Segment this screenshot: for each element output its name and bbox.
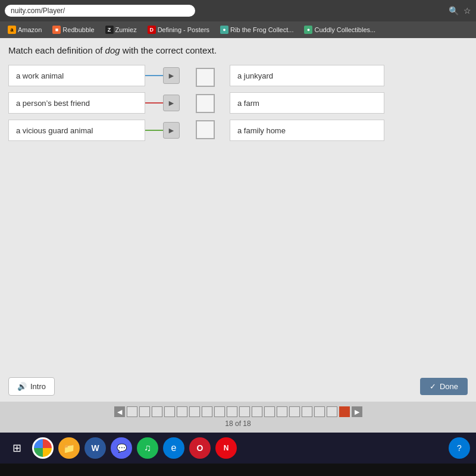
progress-label: 18 of 18: [225, 419, 250, 428]
browser-icons: 🔍 ☆: [449, 6, 471, 15]
bookmarks-bar: a Amazon ■ Redbubble Z Zumiez D Defining…: [0, 21, 476, 38]
context-text-2: a farm: [237, 99, 259, 108]
arrow-button-1[interactable]: ►: [163, 67, 180, 84]
bookmark-redbubble[interactable]: ■ Redbubble: [48, 24, 98, 35]
checkmark-icon: ✓: [430, 382, 436, 391]
context-box-1[interactable]: a junkyard: [230, 65, 384, 86]
instruction-keyword: dog: [105, 45, 120, 55]
instruction-prefix: Match each definition of: [8, 45, 105, 55]
progress-dot-6[interactable]: [189, 406, 200, 417]
taskbar-netflix[interactable]: N: [215, 437, 237, 459]
taskbar-discord[interactable]: 💬: [111, 437, 132, 459]
done-button[interactable]: ✓ Done: [420, 378, 468, 395]
progress-dot-17[interactable]: [327, 406, 337, 417]
next-arrow[interactable]: ▶: [352, 406, 362, 417]
definition-text-3: a vicious guard animal: [16, 126, 93, 135]
definition-text-2: a person’s best friend: [16, 99, 90, 108]
instruction-text: Match each definition of dog with the co…: [8, 45, 468, 55]
progress-dot-16[interactable]: [314, 406, 325, 417]
taskbar-folder[interactable]: 📁: [58, 437, 80, 459]
taskbar-chrome[interactable]: [32, 437, 54, 459]
prev-arrow[interactable]: ◀: [114, 406, 125, 417]
defining-icon: D: [148, 26, 156, 34]
taskbar-spotify[interactable]: ♫: [137, 437, 158, 459]
progress-dot-18[interactable]: [339, 406, 350, 417]
contexts-column: a junkyard a farm a family home: [230, 65, 384, 141]
cuddly-icon: ●: [304, 26, 312, 34]
connector-line-1: [145, 75, 163, 76]
arrow-button-3[interactable]: ►: [163, 122, 180, 139]
bookmark-defining[interactable]: D Defining - Posters: [143, 24, 214, 35]
bottom-bar: 🔊 Intro ✓ Done: [0, 371, 476, 402]
address-bar[interactable]: nuity.com/Player/: [5, 5, 195, 17]
progress-dot-3[interactable]: [152, 406, 162, 417]
taskbar-edge[interactable]: e: [163, 437, 184, 459]
bookmark-zumiez[interactable]: Z Zumiez: [101, 24, 141, 35]
progress-dot-9[interactable]: [227, 406, 237, 417]
drop-target-2[interactable]: [196, 94, 215, 113]
progress-dot-4[interactable]: [164, 406, 175, 417]
definition-box-1: a work animal: [8, 65, 145, 86]
drop-targets-column: [190, 65, 220, 139]
connector-line-3: [145, 130, 163, 131]
progress-dot-15[interactable]: [302, 406, 312, 417]
intro-button-label: Intro: [30, 382, 46, 391]
definition-box-2: a person’s best friend: [8, 92, 145, 114]
drop-target-1[interactable]: [196, 68, 215, 87]
taskbar-windows[interactable]: ⊞: [6, 437, 27, 459]
context-box-2[interactable]: a farm: [230, 92, 384, 114]
progress-dot-14[interactable]: [289, 406, 300, 417]
progress-dot-11[interactable]: [252, 406, 262, 417]
progress-dot-1[interactable]: [127, 406, 137, 417]
definition-text-1: a work animal: [16, 71, 64, 80]
bookmark-cuddly-label: Cuddly Collectibles...: [314, 26, 375, 33]
bookmark-redbubble-label: Redbubble: [62, 26, 94, 33]
taskbar-word[interactable]: W: [84, 437, 106, 459]
taskbar-opera[interactable]: O: [189, 437, 211, 459]
connector-line-2: [145, 102, 163, 104]
amazon-icon: a: [8, 26, 16, 34]
zumiez-icon: Z: [105, 26, 114, 34]
bookmark-zumiez-label: Zumiez: [115, 26, 137, 33]
progress-dots: ◀ ▶: [114, 406, 362, 417]
search-icon[interactable]: 🔍: [449, 6, 459, 15]
bookmark-cuddly[interactable]: ● Cuddly Collectibles...: [300, 24, 380, 35]
definition-row-3: a vicious guard animal ►: [8, 120, 181, 141]
context-box-3[interactable]: a family home: [230, 120, 384, 141]
done-button-label: Done: [440, 382, 458, 391]
definition-row-2: a person’s best friend ►: [8, 92, 181, 114]
arrow-button-2[interactable]: ►: [163, 95, 180, 111]
taskbar: ⊞ 📁 W 💬 ♫ e O N ?: [0, 433, 476, 464]
bookmark-rib-label: Rib the Frog Collect...: [230, 26, 293, 33]
matching-exercise: a work animal ► a person’s best friend ►: [8, 65, 468, 141]
bookmark-icon[interactable]: ☆: [464, 6, 471, 15]
progress-area: ◀ ▶ 18 of 18: [0, 402, 476, 433]
speaker-icon: 🔊: [17, 382, 27, 391]
redbubble-icon: ■: [52, 26, 61, 34]
definitions-column: a work animal ► a person’s best friend ►: [8, 65, 181, 141]
rib-icon: ●: [220, 26, 228, 34]
bookmark-amazon[interactable]: a Amazon: [4, 24, 46, 35]
progress-dot-8[interactable]: [214, 406, 225, 417]
definition-box-3: a vicious guard animal: [8, 120, 145, 141]
drop-target-3[interactable]: [196, 120, 215, 139]
instruction-suffix: with the correct context.: [120, 45, 217, 55]
browser-chrome: nuity.com/Player/ 🔍 ☆: [0, 0, 476, 21]
progress-dot-5[interactable]: [177, 406, 187, 417]
bookmark-rib[interactable]: ● Rib the Frog Collect...: [216, 24, 298, 35]
progress-dot-12[interactable]: [264, 406, 275, 417]
progress-dot-7[interactable]: [202, 406, 212, 417]
main-content: Match each definition of dog with the co…: [0, 38, 476, 371]
context-text-3: a family home: [237, 126, 286, 135]
definition-row-1: a work animal ►: [8, 65, 181, 86]
intro-button[interactable]: 🔊 Intro: [8, 377, 55, 396]
connector-group-1: ►: [145, 67, 180, 84]
progress-dot-13[interactable]: [277, 406, 287, 417]
progress-dot-10[interactable]: [239, 406, 250, 417]
progress-dot-2[interactable]: [139, 406, 150, 417]
connector-group-2: ►: [145, 95, 180, 111]
bookmark-defining-label: Defining - Posters: [158, 26, 209, 33]
context-text-1: a junkyard: [237, 71, 273, 80]
taskbar-help[interactable]: ?: [449, 437, 470, 459]
connector-group-3: ►: [145, 122, 180, 139]
